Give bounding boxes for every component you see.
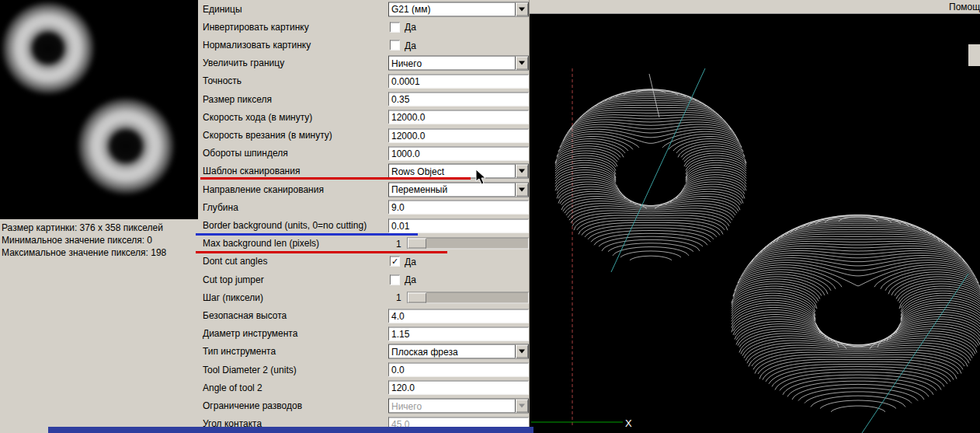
row-control-invert-image: Да: [388, 19, 529, 34]
row-control-safety-height: 4.0: [388, 309, 529, 323]
row-label-step-pixels: Шаг (пиксели): [203, 292, 263, 303]
slider-handle-step-pixels[interactable]: [408, 292, 426, 302]
form-row-spindle-speed: Обороты шпинделя1000.0: [198, 145, 529, 162]
row-control-max-background-len: 1: [388, 236, 529, 251]
row-label-tool-type: Тип инструмента: [203, 346, 276, 357]
form-row-tolerance: Точность0.0001: [198, 72, 529, 90]
checkbox-label-invert-image: Да: [405, 22, 416, 33]
slider-track-step-pixels[interactable]: [407, 292, 529, 303]
form-row-plunge-rate: Скорость врезания (в минуту)12000.0: [198, 126, 529, 144]
menu-bar: Помощь: [530, 0, 980, 14]
form-row-pixel-size: Размер пикселя0.35: [198, 90, 529, 108]
row-control-lace-bounding: Ничего: [388, 399, 529, 414]
annotation-underline-border-background: [196, 233, 418, 236]
dropdown-arrow-button-scan-direction[interactable]: [515, 183, 528, 196]
dropdown-arrow-button-tool-type[interactable]: [515, 345, 528, 358]
input-safety-height[interactable]: 4.0: [388, 309, 529, 323]
form-rows: ЕдиницыG21 (мм)Инвертировать картинкуДаН…: [198, 0, 529, 433]
chevron-down-icon: [519, 350, 525, 354]
chevron-down-icon: [519, 404, 525, 408]
input-spindle-speed[interactable]: 1000.0: [388, 146, 529, 160]
row-label-tool-diameter: Диаметр инструмента: [203, 328, 297, 339]
slider-handle-max-background-len[interactable]: [408, 239, 426, 249]
toolpath-viewport[interactable]: X: [530, 14, 980, 433]
form-row-feed-rate: Скорость хода (в минуту)12000.0: [198, 108, 529, 126]
row-label-depth: Глубина: [203, 202, 238, 213]
row-control-tool-type: Плоская фреза: [388, 344, 529, 359]
dropdown-units[interactable]: G21 (мм): [388, 2, 529, 16]
dropdown-value-scan-direction: Переменный: [389, 184, 515, 195]
scrollbar-corner-box: [968, 44, 980, 66]
row-label-scan-direction: Направление сканирования: [203, 184, 324, 195]
dropdown-scan-direction[interactable]: Переменный: [388, 182, 529, 197]
row-label-plunge-rate: Скорость врезания (в минуту): [203, 130, 332, 141]
dropdown-expand-border[interactable]: Ничего: [388, 56, 529, 71]
slider-value-max-background-len: 1: [388, 238, 407, 249]
row-control-units: G21 (мм): [388, 2, 529, 16]
form-row-safety-height: Безопасная высота4.0: [198, 306, 529, 324]
toolpath-preview-svg[interactable]: X: [530, 14, 980, 433]
row-label-lace-bounding: Ограничение разводов: [203, 400, 302, 411]
chevron-down-icon: [519, 61, 525, 65]
slider-track-max-background-len[interactable]: [407, 238, 529, 250]
dropdown-tool-type[interactable]: Плоская фреза: [388, 344, 529, 359]
dropdown-value-units: G21 (мм): [389, 4, 515, 15]
input-pixel-size[interactable]: 0.35: [388, 93, 529, 107]
form-row-tool-type: Тип инструментаПлоская фреза: [198, 343, 529, 361]
image-info-panel: Размер картинки: 376 x 358 пикселей Мини…: [0, 219, 198, 433]
row-label-normalize-image: Нормализовать картинку: [203, 40, 311, 51]
row-label-scan-pattern: Шаблон сканирования: [203, 166, 300, 176]
checkbox-invert-image[interactable]: [390, 22, 400, 32]
image-min-pixel-text: Минимальное значение пикселя: 0: [2, 234, 198, 246]
input-border-background[interactable]: 0.01: [388, 218, 529, 232]
checkbox-dont-cut-angles[interactable]: ✓: [390, 257, 400, 267]
donut-image-2: [74, 94, 178, 198]
row-label-safety-height: Безопасная высота: [203, 310, 287, 321]
dropdown-lace-bounding: Ничего: [388, 399, 529, 414]
x-axis-label: X: [625, 417, 632, 429]
form-row-lace-bounding: Ограничение разводовНичего: [198, 396, 529, 414]
input-tool-diameter-2[interactable]: 0.0: [388, 363, 529, 377]
chevron-down-icon: [519, 169, 525, 173]
input-feed-rate[interactable]: 12000.0: [388, 110, 529, 124]
row-control-cut-top-jumper: Да: [388, 272, 529, 287]
form-row-dont-cut-angles: Dont cut angles✓Да: [198, 253, 529, 271]
row-control-expand-border: Ничего: [388, 56, 529, 71]
form-row-tool-diameter: Диаметр инструмента1.15: [198, 325, 529, 343]
row-label-expand-border: Увеличить границу: [203, 58, 284, 68]
form-row-depth: Глубина9.0: [198, 198, 529, 216]
torus-toolpath-2: [732, 215, 980, 411]
dropdown-arrow-button-scan-pattern[interactable]: [515, 165, 528, 178]
input-tolerance[interactable]: 0.0001: [388, 74, 529, 88]
input-tool-diameter[interactable]: 1.15: [388, 326, 529, 340]
dropdown-arrow-button-expand-border[interactable]: [515, 57, 528, 70]
row-control-spindle-speed: 1000.0: [388, 146, 529, 161]
form-row-invert-image: Инвертировать картинкуДа: [198, 18, 529, 36]
row-control-normalize-image: Да: [388, 38, 529, 53]
checkbox-label-cut-top-jumper: Да: [405, 274, 416, 285]
menu-help[interactable]: Помощь: [949, 2, 980, 12]
row-control-pixel-size: 0.35: [388, 92, 529, 107]
dropdown-arrow-button-units[interactable]: [515, 2, 528, 16]
form-row-units: ЕдиницыG21 (мм): [198, 0, 529, 18]
row-control-tool-diameter-2: 0.0: [388, 362, 529, 377]
row-control-scan-direction: Переменный: [388, 182, 529, 197]
form-row-step-pixels: Шаг (пиксели)1: [198, 288, 529, 306]
row-control-dont-cut-angles: ✓Да: [388, 254, 529, 269]
checkbox-cut-top-jumper[interactable]: [390, 274, 400, 285]
input-angle-of-tool-2[interactable]: 120.0: [388, 381, 529, 395]
row-control-border-background: 0.01: [388, 218, 529, 233]
diagonal-guide-line-1: [611, 68, 705, 272]
dropdown-value-scan-pattern: Rows Object: [389, 166, 515, 176]
annotation-underline-scan-pattern: [200, 177, 471, 180]
checkbox-normalize-image[interactable]: [390, 40, 400, 51]
settings-form: ЕдиницыG21 (мм)Инвертировать картинкуДаН…: [198, 0, 530, 433]
guide-line-small: [649, 74, 659, 117]
input-depth[interactable]: 9.0: [388, 201, 529, 215]
image-size-text: Размер картинки: 376 x 358 пикселей: [2, 222, 198, 234]
image-max-pixel-text: Максимальное значение пикселя: 198: [2, 246, 198, 259]
input-plunge-rate[interactable]: 12000.0: [388, 128, 529, 142]
mouse-cursor-icon: [475, 169, 487, 189]
row-label-dont-cut-angles: Dont cut angles: [203, 256, 267, 267]
form-row-angle-of-tool-2: Angle of tool 2120.0: [198, 379, 529, 396]
